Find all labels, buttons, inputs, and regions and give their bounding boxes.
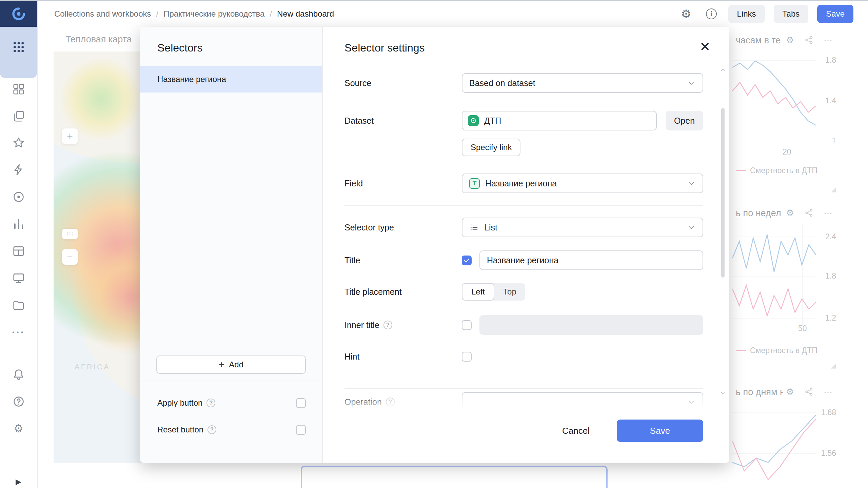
tabs-button[interactable]: Tabs — [774, 5, 809, 23]
monitor-icon — [12, 272, 25, 285]
help-icon[interactable]: ? — [386, 398, 395, 406]
close-icon[interactable]: ✕ — [699, 40, 710, 53]
field-row: Field T Название региона — [344, 174, 703, 193]
reset-button-label: Reset button — [157, 425, 203, 434]
help-icon — [12, 395, 25, 408]
help-icon[interactable]: ? — [206, 399, 215, 407]
breadcrumb-workbook[interactable]: Практические руководства — [163, 9, 264, 19]
selector-type-value: List — [484, 223, 682, 232]
chevron-down-icon — [687, 79, 696, 87]
breadcrumb-separator: / — [156, 9, 158, 19]
scroll-down-arrow[interactable] — [720, 390, 726, 396]
datalens-logo-icon — [11, 6, 26, 21]
string-field-type-icon: T — [469, 178, 480, 189]
title-placement-label: Title placement — [344, 287, 462, 297]
links-button[interactable]: Links — [728, 5, 765, 23]
title-input[interactable] — [479, 250, 703, 270]
hint-label: Hint — [344, 352, 462, 362]
scroll-up-arrow[interactable] — [720, 67, 726, 73]
header-settings-button[interactable]: ⚙ — [678, 6, 694, 22]
inner-title-input[interactable] — [479, 315, 703, 335]
dialog-save-button[interactable]: Save — [617, 420, 703, 442]
help-icon[interactable]: ? — [208, 425, 216, 434]
field-select[interactable]: T Название региона — [462, 174, 703, 193]
sidebar-item-collections[interactable] — [11, 298, 26, 313]
apply-button-checkbox[interactable] — [296, 398, 306, 408]
sidebar-item-more[interactable]: ··· — [11, 325, 26, 340]
source-label: Source — [344, 78, 462, 88]
placement-top-option[interactable]: Top — [494, 283, 525, 301]
plus-icon: + — [219, 360, 224, 369]
breadcrumb-current: New dashboard — [277, 9, 334, 19]
breadcrumb-separator: / — [270, 9, 272, 19]
title-placement-segmented: Left Top — [462, 283, 525, 301]
gear-icon: ⚙ — [14, 423, 23, 434]
inner-title-checkbox[interactable] — [462, 320, 472, 330]
selector-list-item[interactable]: Название региона — [140, 66, 322, 93]
title-placement-row: Title placement Left Top — [344, 283, 703, 301]
chevron-down-icon — [687, 179, 696, 188]
sidebar-item-presentations[interactable] — [11, 270, 26, 286]
chevron-down-icon — [687, 223, 696, 232]
apply-button-label: Apply button — [157, 398, 202, 408]
sidebar-item-settings[interactable]: ⚙ — [11, 421, 26, 436]
sidebar-item-charts[interactable] — [11, 216, 26, 232]
sidebar-logo-block[interactable] — [0, 1, 37, 27]
selector-settings-panel: Selector settings ✕ Source Based on data… — [323, 27, 729, 463]
title-checkbox[interactable] — [462, 256, 472, 265]
table-icon — [12, 245, 25, 258]
apply-button-row: Apply button ? — [157, 394, 306, 412]
folder-icon — [12, 299, 25, 312]
sidebar-item-workbooks[interactable] — [11, 108, 26, 124]
reset-button-checkbox[interactable] — [296, 425, 306, 435]
selector-type-select[interactable]: List — [462, 218, 703, 237]
breadcrumb-collections[interactable]: Collections and workbooks — [54, 9, 151, 19]
dialog-footer: Cancel Save — [323, 410, 729, 463]
dataset-row: Dataset ДТП Open — [344, 111, 703, 130]
open-dataset-button[interactable]: Open — [666, 111, 703, 130]
operation-row: Operation ? — [344, 392, 703, 412]
specify-link-button[interactable]: Specify link — [462, 139, 520, 156]
placement-left-option[interactable]: Left — [462, 283, 494, 301]
source-row: Source Based on dataset — [344, 73, 703, 93]
dataset-select[interactable]: ДТП — [462, 111, 657, 130]
apps-grid-button[interactable] — [0, 27, 37, 78]
lightning-icon — [12, 163, 25, 176]
check-icon — [463, 257, 470, 264]
info-icon: i — [706, 8, 717, 19]
cancel-button[interactable]: Cancel — [562, 420, 590, 442]
help-icon[interactable]: ? — [383, 321, 392, 329]
add-selector-button[interactable]: + Add — [156, 355, 306, 374]
list-icon — [469, 223, 479, 232]
sidebar-item-dashboards[interactable] — [11, 81, 26, 97]
more-icon: ··· — [12, 327, 25, 338]
topbar-actions: ⚙ i Links Tabs Save — [678, 5, 853, 23]
hint-checkbox[interactable] — [462, 352, 472, 362]
section-divider — [344, 205, 703, 206]
sidebar-item-notifications[interactable] — [11, 367, 26, 382]
sidebar-item-editor[interactable] — [11, 162, 26, 178]
title-label: Title — [344, 256, 462, 265]
source-value: Based on dataset — [469, 78, 682, 88]
operation-label: Operation ? — [344, 397, 462, 407]
header-save-button[interactable]: Save — [817, 5, 853, 23]
settings-title: Selector settings — [344, 42, 425, 54]
app-root: ··· ⚙ ▶ Collections and workbooks / Прак… — [0, 0, 868, 488]
sidebar-expand-button[interactable]: ▶ — [11, 474, 26, 488]
header-info-button[interactable]: i — [703, 6, 719, 22]
sidebar-item-help[interactable] — [11, 394, 26, 409]
source-select[interactable]: Based on dataset — [462, 73, 703, 93]
sidebar-item-favorites[interactable] — [11, 135, 26, 150]
selectors-panel: Selectors Название региона + Add Apply b… — [140, 27, 323, 463]
selectors-panel-title: Selectors — [157, 42, 202, 54]
dataset-icon — [468, 115, 479, 126]
operation-select[interactable] — [462, 392, 703, 412]
sidebar-item-monitoring[interactable] — [11, 189, 26, 205]
add-selector-label: Add — [229, 360, 243, 369]
gear-icon: ⚙ — [681, 8, 691, 20]
specify-link-row: Specify link — [344, 139, 703, 156]
inner-title-row: Inner title ? — [344, 315, 703, 335]
scrollbar-thumb[interactable] — [721, 108, 725, 278]
inner-title-label: Inner title ? — [344, 320, 462, 330]
sidebar-item-datasets[interactable] — [11, 243, 26, 259]
